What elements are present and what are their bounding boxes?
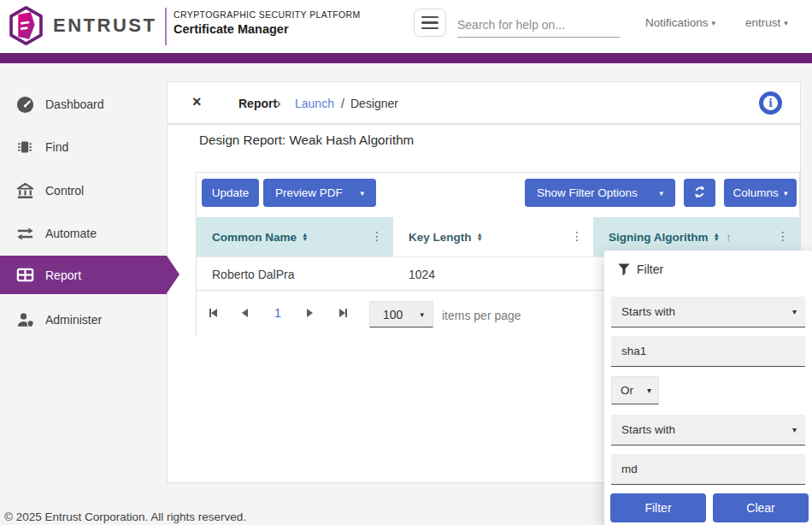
breadcrumb-separator: / <box>341 97 344 110</box>
filter-operator1-value: Starts with <box>621 305 675 318</box>
user-shield-icon <box>15 310 35 330</box>
chip-icon <box>15 137 35 157</box>
preview-pdf-label: Preview PDF <box>275 186 343 199</box>
refresh-button[interactable] <box>684 179 715 207</box>
app-window: ENTRUST CRYPTOGRAPHIC SECURITY PLATFORM … <box>0 0 812 525</box>
filter-popup-title: Filter <box>637 262 663 276</box>
breadcrumb-current: Designer <box>350 97 398 110</box>
sidebar-item-find[interactable]: Find <box>0 128 167 166</box>
notifications-label: Notifications <box>645 16 709 29</box>
filter-logic-value: Or <box>621 384 633 397</box>
caret-down-icon: ▾ <box>792 307 797 316</box>
sidebar-item-dashboard[interactable]: Dashboard <box>0 86 167 123</box>
sidebar-item-control[interactable]: Control <box>0 172 167 209</box>
update-label: Update <box>212 186 250 199</box>
update-button[interactable]: Update <box>202 179 259 207</box>
sidebar-item-label: Find <box>45 140 68 154</box>
filter-operator1-select[interactable]: Starts with ▾ <box>611 297 805 327</box>
brand-platform-label: CRYPTOGRAPHIC SECURITY PLATFORM <box>174 9 361 20</box>
sidebar-item-label: Administer <box>45 313 102 327</box>
sort-icon: ▲▼ <box>477 233 483 242</box>
chevron-right-icon: › <box>276 95 281 112</box>
caret-down-icon: ▾ <box>712 19 716 27</box>
sidebar-item-label: Report <box>45 268 81 282</box>
cell-common-name: Roberto DalPra <box>197 257 393 291</box>
breadcrumb-link-launch[interactable]: Launch <box>295 97 334 110</box>
refresh-icon <box>692 185 707 202</box>
sort-icon: ▲▼ <box>302 233 308 242</box>
column-menu-icon[interactable]: ⋮ <box>571 229 583 243</box>
swap-arrows-icon <box>15 223 35 244</box>
items-per-page-label: items per page <box>442 309 521 322</box>
page-title: Design Report: Weak Hash Algorithm <box>199 133 414 147</box>
sidebar-nav: Dashboard Find C <box>0 63 167 525</box>
column-header-key-length[interactable]: Key Length ▲▼ ⋮ <box>393 217 593 257</box>
column-label: Signing Algorithm <box>609 231 708 244</box>
preview-pdf-button[interactable]: Preview PDF ▾ <box>263 179 376 207</box>
sidebar-item-label: Dashboard <box>45 97 104 111</box>
account-label: entrust <box>745 16 780 29</box>
brand-product-label: Certificate Manager <box>174 22 289 36</box>
close-icon[interactable]: × <box>192 92 202 112</box>
column-label: Common Name <box>212 231 297 244</box>
sidebar-item-report[interactable]: Report <box>0 256 167 294</box>
sidebar-item-administer[interactable]: Administer <box>0 301 167 339</box>
caret-down-icon: ▾ <box>659 189 663 198</box>
column-header-common-name[interactable]: Common Name ▲▼ ⋮ <box>197 217 393 257</box>
page-size-value: 100 <box>383 308 403 321</box>
show-filter-options-button[interactable]: Show Filter Options ▾ <box>525 179 675 207</box>
breadcrumb-root: Report <box>238 97 277 110</box>
page-number[interactable]: 1 <box>272 306 284 320</box>
sidebar-item-label: Automate <box>45 227 97 240</box>
column-filter-popup: Filter Starts with ▾ Or ▾ Starts with ▾ … <box>604 251 812 525</box>
cell-key-length: 1024 <box>393 257 593 291</box>
column-label: Key Length <box>409 231 472 244</box>
next-page-icon[interactable] <box>307 309 313 317</box>
funnel-icon <box>618 263 630 280</box>
bank-icon <box>15 180 35 201</box>
first-page-icon[interactable] <box>209 309 217 317</box>
breadcrumb: × Report › Launch / Designer i <box>168 82 800 125</box>
columns-button[interactable]: Columns ▾ <box>724 179 797 207</box>
filter-operator2-select[interactable]: Starts with ▾ <box>611 415 805 445</box>
top-header: ENTRUST CRYPTOGRAPHIC SECURITY PLATFORM … <box>0 0 812 53</box>
caret-down-icon: ▾ <box>647 386 651 395</box>
notifications-menu[interactable]: Notifications▾ <box>645 16 715 29</box>
entrust-logo-icon <box>9 6 44 49</box>
help-search-input[interactable] <box>457 12 620 38</box>
gauge-icon <box>15 94 35 115</box>
sidebar-item-label: Control <box>45 184 84 198</box>
sort-icon: ▲▼ <box>713 233 719 242</box>
filter-clear-button[interactable]: Clear <box>713 493 809 522</box>
sidebar-item-automate[interactable]: Automate <box>0 215 167 252</box>
previous-page-icon[interactable] <box>242 309 248 317</box>
brand-name: ENTRUST <box>53 15 156 37</box>
caret-down-icon: ▾ <box>792 425 797 434</box>
table-icon <box>15 265 35 286</box>
filter-value1-input[interactable] <box>611 336 805 367</box>
caret-down-icon: ▾ <box>784 189 788 198</box>
show-filter-options-label: Show Filter Options <box>537 186 638 199</box>
caret-down-icon: ▾ <box>420 310 424 319</box>
info-icon[interactable]: i <box>759 91 782 115</box>
last-page-icon[interactable] <box>339 309 347 317</box>
account-menu[interactable]: entrust▾ <box>745 16 788 29</box>
column-menu-icon[interactable]: ⋮ <box>777 229 789 243</box>
caret-down-icon: ▾ <box>784 19 788 27</box>
sort-asc-icon: ↑ <box>726 231 732 244</box>
filter-apply-button[interactable]: Filter <box>610 493 706 522</box>
brand-accent-bar <box>0 53 812 63</box>
page-size-select[interactable]: 100 ▾ <box>369 301 433 327</box>
hamburger-menu-button[interactable] <box>414 9 446 37</box>
brand-divider <box>165 8 167 45</box>
filter-logic-select[interactable]: Or ▾ <box>611 376 659 404</box>
filter-value2-input[interactable] <box>611 454 805 485</box>
filter-operator2-value: Starts with <box>621 423 675 436</box>
column-menu-icon[interactable]: ⋮ <box>371 229 383 243</box>
caret-down-icon: ▾ <box>360 189 364 198</box>
columns-label: Columns <box>733 186 779 199</box>
